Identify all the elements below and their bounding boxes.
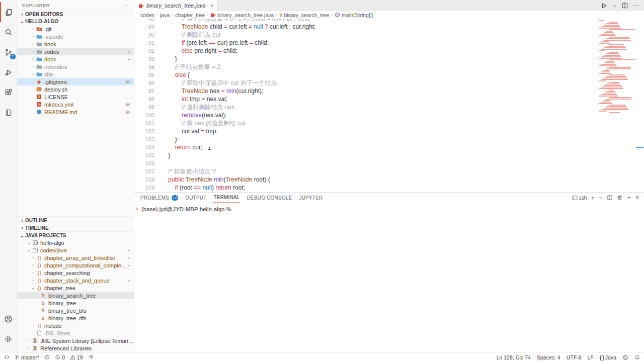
tree-item-chapter-computational-complexity[interactable]: ›{ }chapter_computational_complexity● xyxy=(17,261,134,269)
code-line-95[interactable]: 95 else { xyxy=(134,71,599,79)
tree-item-license[interactable]: LICENSE xyxy=(17,93,134,101)
tree-item-chapter-stack-and-queue[interactable]: ›{ }chapter_stack_and_queue● xyxy=(17,277,134,284)
tree-item-binary-search-tree[interactable]: ʦbinary_search_tree xyxy=(17,292,134,299)
tree-item-referenced-libraries[interactable]: ›Referenced Libraries xyxy=(17,344,134,352)
explorer-icon[interactable] xyxy=(0,2,17,22)
kill-terminal-icon[interactable] xyxy=(617,195,623,201)
language-mode[interactable]: { }Java xyxy=(600,354,616,360)
tab-binary-search-tree[interactable]: binary_search_tree.java × xyxy=(134,0,218,11)
code-line-100[interactable]: 100 remove(nex.val); xyxy=(134,111,599,119)
tree-item-binary-tree-dfs[interactable]: ʦbinary_tree_dfs xyxy=(17,314,134,322)
breadcrumb-binary-search-tree-java[interactable]: binary_search_tree.java xyxy=(210,12,274,18)
code-line-106[interactable]: 106 xyxy=(134,159,599,167)
tree-item-hello-algo[interactable]: ⌄hello-algo xyxy=(17,239,134,246)
panel-tab-problems[interactable]: PROBLEMS19 xyxy=(140,193,178,203)
explorer-more-actions[interactable]: ⋯ xyxy=(124,3,129,8)
tree-item-codes-java[interactable]: ⌄codes/java● xyxy=(17,246,134,254)
tree-item-chapter-array-and-linkedlist[interactable]: ›{ }chapter_array_and_linkedlist● xyxy=(17,254,134,261)
tree-item-binary-tree-bfs[interactable]: ʦbinary_tree_bfs xyxy=(17,307,134,314)
run-dropdown-icon[interactable] xyxy=(612,4,617,8)
notebook-icon[interactable] xyxy=(0,103,17,123)
settings-gear-icon[interactable] xyxy=(0,329,17,349)
open-editors-section[interactable]: › OPEN EDITORS xyxy=(17,10,134,18)
remote-indicator[interactable] xyxy=(4,354,10,360)
panel-tab-jupyter[interactable]: JUPYTER xyxy=(299,193,323,203)
java-server-status[interactable] xyxy=(88,354,94,360)
code-line-97[interactable]: 97 TreeNode nex = min(cur.right); xyxy=(134,87,599,95)
panel-tab-debug-console[interactable]: DEBUG CONSOLE xyxy=(247,193,292,203)
encoding[interactable]: UTF-8 xyxy=(567,354,582,360)
panel-tab-output[interactable]: OUTPUT xyxy=(185,193,206,203)
split-editor-icon[interactable] xyxy=(621,2,628,9)
terminal-shell-selector[interactable]: zsh xyxy=(572,195,587,201)
tab-close-icon[interactable]: × xyxy=(210,3,213,9)
outline-section[interactable]: › OUTLINE xyxy=(17,216,134,224)
tree-item-deploy-sh[interactable]: deploy.sh xyxy=(17,85,134,93)
code-line-99[interactable]: 99 // 递归删除结点 nex xyxy=(134,103,599,111)
tree-item-jre-system-library-eclipse-temurin-17-17-[interactable]: ›JRE System Library [Eclipse Temurin 17 … xyxy=(17,337,134,344)
tree-item-binary-tree[interactable]: ʦbinary_tree xyxy=(17,299,134,307)
code-line-88[interactable]: 88 // 当子结点数量 = 0 / 1 时, child = null / 该… xyxy=(134,19,599,23)
notifications-bell[interactable] xyxy=(634,354,640,360)
tree-item-include[interactable]: ›{ }include xyxy=(17,322,134,329)
git-branch[interactable]: master* xyxy=(15,354,39,360)
panel-tab-terminal[interactable]: TERMINAL xyxy=(213,193,239,203)
tree-item-chapter-searching[interactable]: ›{ }chapter_searching xyxy=(17,269,134,277)
errors[interactable]: 0 xyxy=(55,354,65,360)
code-line-103[interactable]: 103 } xyxy=(134,135,599,143)
code-editor[interactable]: 88 // 当子结点数量 = 0 / 1 时, child = null / 该… xyxy=(134,19,644,192)
code-line-92[interactable]: 92 else pre.right = child; xyxy=(134,47,599,55)
code-line-107[interactable]: 107 /* 获取最小结点 */ xyxy=(134,167,599,175)
tree-item-docs[interactable]: ›docs● xyxy=(17,55,134,63)
tree-item-overrides[interactable]: ›overrides xyxy=(17,63,134,70)
minimap[interactable] xyxy=(599,20,635,114)
tree-item-readme-md[interactable]: README.mdM xyxy=(17,108,134,116)
warnings[interactable]: 19 xyxy=(70,354,83,360)
breadcrumb-main-string-[interactable]: main(String[]) xyxy=(335,12,373,18)
feedback[interactable] xyxy=(622,354,628,360)
tree-item--vscode[interactable]: ›.vscode xyxy=(17,33,134,40)
project-root-hello-algo[interactable]: ⌄ HELLO-ALGO xyxy=(17,18,134,25)
search-icon[interactable] xyxy=(0,22,17,42)
code-line-101[interactable]: 101 // 将 nex 的值复制给 cur xyxy=(134,119,599,127)
breadcrumb-binary-search-tree[interactable]: ʦbinary_search_tree xyxy=(279,12,329,18)
sync-button[interactable] xyxy=(44,354,50,360)
maximize-panel-icon[interactable] xyxy=(627,196,631,200)
code-line-91[interactable]: 91 if (pre.left == cur) pre.left = child… xyxy=(134,39,599,47)
close-panel-icon[interactable]: × xyxy=(635,194,639,201)
code-line-98[interactable]: 98 int tmp = nex.val; xyxy=(134,95,599,103)
code-line-105[interactable]: 105 } xyxy=(134,151,599,159)
extensions-icon[interactable] xyxy=(0,82,17,103)
split-terminal-icon[interactable] xyxy=(607,195,613,201)
new-terminal-icon[interactable]: + xyxy=(591,194,595,202)
tree-item-codes[interactable]: ›codes● xyxy=(17,48,134,55)
run-debug-icon[interactable] xyxy=(0,62,17,82)
tree-item-book[interactable]: ›book xyxy=(17,40,134,48)
breadcrumb-java[interactable]: java xyxy=(160,12,170,18)
breadcrumb-chapter-tree[interactable]: chapter_tree xyxy=(175,12,205,18)
timeline-section[interactable]: › TIMELINE xyxy=(17,224,134,231)
overview-ruler[interactable] xyxy=(635,19,644,192)
code-line-96[interactable]: 96 // 获取中序遍历中 cur 的下一个结点 xyxy=(134,79,599,87)
code-line-109[interactable]: 109 if (root == null) return root; xyxy=(134,184,599,192)
code-line-93[interactable]: 93 } xyxy=(134,55,599,63)
source-control-icon[interactable]: 7 xyxy=(0,42,17,62)
code-line-94[interactable]: 94 // 子结点数量 = 2 xyxy=(134,63,599,71)
terminal[interactable]: (base) jyd@JYD-MBP hello-algo % xyxy=(134,203,644,352)
terminal-dropdown-icon[interactable] xyxy=(599,196,603,200)
cursor-position[interactable]: Ln 128, Col 74 xyxy=(497,354,531,360)
tree-item-site[interactable]: ›site xyxy=(17,70,134,78)
eol[interactable]: LF xyxy=(587,354,593,360)
java-projects-section[interactable]: ⌄ JAVA PROJECTS xyxy=(17,231,134,239)
code-line-89[interactable]: 89 TreeNode child = cur.left ≠ null ? cu… xyxy=(134,23,599,31)
tree-item-mkdocs-yml[interactable]: mkdocs.ymlM xyxy=(17,101,134,108)
breadcrumb-codes[interactable]: codes xyxy=(140,12,154,18)
more-actions-icon[interactable]: ⋯ xyxy=(633,2,639,9)
tree-item--git[interactable]: ›.git xyxy=(17,25,134,33)
code-line-104[interactable]: 104 return cur; xyxy=(134,143,599,151)
code-line-108[interactable]: 108 public TreeNode min(TreeNode root) { xyxy=(134,175,599,184)
run-button[interactable] xyxy=(600,2,608,10)
account-icon[interactable] xyxy=(0,309,17,329)
tree-item-chapter-tree[interactable]: ⌄{ }chapter_tree xyxy=(17,284,134,292)
code-line-90[interactable]: 90 // 删除结点 cur xyxy=(134,31,599,39)
